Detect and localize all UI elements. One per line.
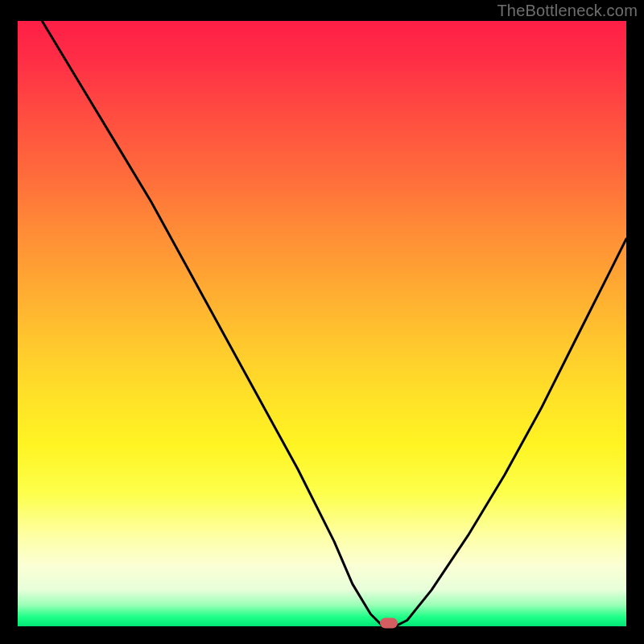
watermark-text: TheBottleneck.com [497,2,638,20]
min-marker [380,618,398,629]
curve-path [42,21,626,626]
chart-frame: TheBottleneck.com [0,0,644,644]
bottleneck-curve [18,21,626,626]
